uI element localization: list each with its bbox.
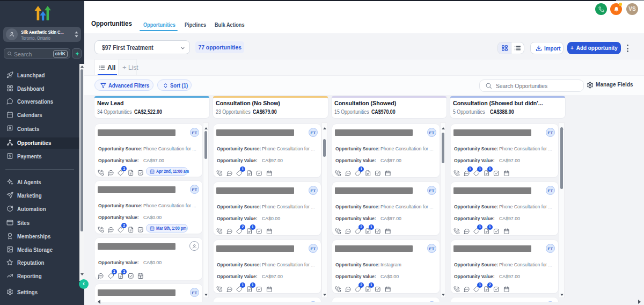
svg-text:$: $	[9, 154, 11, 158]
